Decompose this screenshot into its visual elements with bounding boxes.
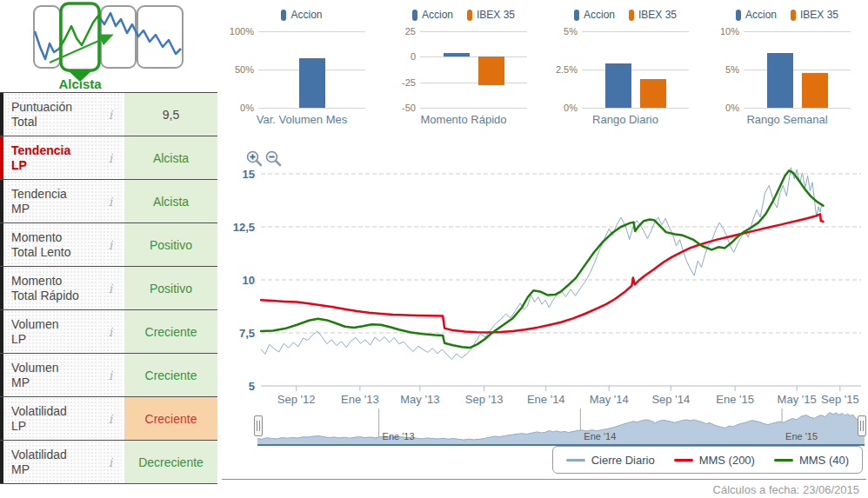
legend-label: Accion: [290, 9, 322, 21]
x-axis-label: Sep '15: [821, 393, 859, 406]
legend-item-accion[interactable]: Accion: [736, 9, 777, 21]
legend-item-mms-200[interactable]: MMS (200): [674, 454, 755, 467]
series-mms-200: [261, 214, 824, 332]
gridline: [744, 108, 851, 109]
legend-label: IBEX 35: [477, 9, 515, 21]
x-axis-label: Ene '14: [527, 393, 565, 406]
y-axis-label: 10: [243, 274, 255, 287]
score-value: Creciente: [124, 310, 217, 353]
score-row-label: MomentoTotal Rápido: [0, 267, 99, 309]
navigator-left-handle[interactable]: [254, 415, 263, 436]
score-row-label: TendenciaLP: [0, 136, 99, 179]
y-axis-label: 15: [243, 168, 255, 181]
score-label-line1: Volumen: [11, 361, 99, 375]
info-icon[interactable]: i: [99, 441, 122, 483]
bar-chart-legend: AccionIBEX 35: [384, 9, 544, 21]
y-axis-label: 25: [385, 26, 416, 37]
legend-marker-icon: [281, 10, 286, 21]
left-panel: Alcista PuntuaciónTotali9,5TendenciaLPiA…: [0, 0, 217, 92]
zoom-in-icon: [246, 150, 263, 167]
score-label-line1: Momento: [11, 230, 99, 245]
score-label-line1: Volatilidad: [11, 404, 99, 419]
info-icon[interactable]: i: [99, 354, 122, 396]
legend-item-mms-40[interactable]: MMS (40): [774, 454, 849, 467]
info-icon[interactable]: i: [99, 397, 122, 440]
gridline: [582, 70, 689, 70]
gridline: [420, 108, 527, 109]
x-axis-label: Sep '14: [651, 393, 690, 406]
legend-label: IBEX 35: [638, 9, 677, 21]
legend-item-accion[interactable]: Accion: [412, 9, 453, 21]
calc-date-text: Cálculos a fecha: 23/06/2015: [713, 483, 859, 496]
info-icon[interactable]: i: [99, 180, 122, 222]
footer: Cálculos a fecha: 23/06/2015: [222, 479, 866, 496]
score-label-line2: MP: [11, 375, 99, 390]
chart-title: Rango Semanal: [707, 113, 867, 126]
score-row-volatilidad-mp: VolatilidadMPiDecreciente: [0, 440, 217, 484]
score-row-label: VolatilidadMP: [0, 441, 99, 483]
info-icon[interactable]: i: [99, 136, 122, 179]
zoom-in-button[interactable]: [246, 150, 263, 167]
score-row-label: VolumenMP: [0, 354, 99, 396]
range-navigator[interactable]: Ene '13Ene '14Ene '15: [257, 408, 865, 446]
bar-chart-legend: AccionIBEX 35: [545, 9, 705, 21]
info-icon[interactable]: i: [99, 93, 122, 136]
info-icon[interactable]: i: [99, 223, 122, 266]
legend-line-icon: [674, 459, 693, 461]
gridline: [420, 31, 527, 32]
x-axis-label: May '13: [400, 393, 439, 406]
legend-line-icon: [774, 459, 793, 461]
score-label-line2: Total Lento: [11, 245, 99, 260]
legend-label: IBEX 35: [800, 9, 838, 21]
series-cierre-diario: [261, 168, 824, 360]
score-row-volatilidad-lp: VolatilidadLPiCreciente: [0, 396, 217, 440]
y-axis-label: 50%: [224, 64, 254, 75]
gridline: [582, 31, 689, 32]
navigator-area: [257, 413, 865, 444]
navigator-right-handle[interactable]: [858, 415, 866, 436]
chart-title: Rango Diario: [545, 113, 705, 126]
info-icon[interactable]: i: [99, 267, 122, 309]
price-history-chart: 57,51012,515Sep '12Ene '13May '13Sep '13…: [222, 139, 868, 413]
legend-label: MMS (200): [699, 454, 755, 467]
x-axis-label: May '15: [778, 393, 817, 406]
legend-item-cierre-diario[interactable]: Cierre Diario: [566, 454, 655, 467]
legend-item-accion[interactable]: Accion: [574, 9, 615, 21]
zoom-out-button[interactable]: [265, 150, 282, 167]
zoom-out-icon: [265, 150, 282, 167]
score-row-momento-total-lento: MomentoTotal LentoiPositivo: [0, 222, 217, 266]
score-row-label: PuntuaciónTotal: [0, 93, 99, 136]
y-axis-label: 0%: [709, 103, 739, 113]
x-axis-label: May '14: [590, 393, 629, 406]
y-axis-label: 0%: [224, 103, 254, 113]
y-axis-label: 0: [385, 51, 416, 62]
chart-title: Var. Volumen Mes: [222, 113, 382, 126]
legend-item-accion[interactable]: Accion: [281, 9, 322, 21]
y-axis-label: 7,5: [239, 327, 255, 340]
x-axis-label: Ene '13: [341, 393, 379, 406]
score-row-label: TendenciaMP: [0, 180, 99, 222]
info-icon[interactable]: i: [99, 310, 122, 353]
score-label-line1: Puntuación: [11, 100, 99, 115]
score-label-line2: LP: [11, 332, 99, 347]
score-value: Positivo: [124, 267, 217, 309]
trend-state-icon: Alcista: [0, 0, 217, 92]
ibex-35-bar: [640, 79, 666, 108]
navigator-axis-label: Ene '13: [383, 431, 415, 442]
score-label-line1: Tendencia: [11, 187, 99, 202]
price-plot-area: 57,51012,515Sep '12Ene '13May '13Sep '13…: [222, 139, 868, 413]
score-value: Creciente: [124, 397, 217, 440]
gridline: [258, 31, 365, 32]
legend-item-ibex-35[interactable]: IBEX 35: [629, 9, 677, 21]
score-label-line2: MP: [11, 462, 99, 477]
score-label-line2: MP: [11, 202, 99, 216]
accion-bar: [767, 53, 793, 108]
legend-item-ibex-35[interactable]: IBEX 35: [791, 9, 838, 21]
gridline: [582, 108, 689, 109]
gridline: [420, 83, 527, 83]
y-axis-label: 5%: [547, 26, 578, 37]
legend-label: Accion: [422, 9, 453, 21]
legend-item-ibex-35[interactable]: IBEX 35: [467, 9, 515, 21]
score-value: 9,5: [124, 93, 217, 136]
legend-marker-icon: [791, 10, 796, 21]
